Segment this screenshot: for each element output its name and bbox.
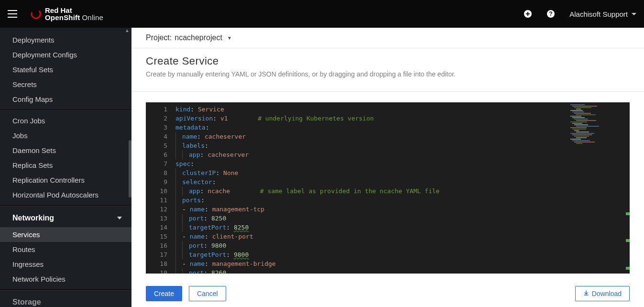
editor-overview-ruler[interactable] bbox=[623, 102, 630, 274]
sidebar-section-label: Storage bbox=[12, 298, 41, 307]
page-header: Create Service Create by manually enteri… bbox=[131, 48, 644, 92]
page-title: Create Service bbox=[146, 55, 630, 67]
sidebar-item-jobs[interactable]: Jobs bbox=[0, 128, 131, 143]
project-dropdown-icon[interactable]: ▼ bbox=[227, 35, 232, 41]
download-icon bbox=[583, 290, 589, 297]
svg-point-0 bbox=[31, 9, 41, 19]
create-button[interactable]: Create bbox=[146, 286, 182, 301]
project-label: Project: bbox=[146, 33, 172, 42]
sidebar-section-storage[interactable]: Storage bbox=[0, 293, 131, 307]
editor-code[interactable]: kind: ServiceapiVersion: v1 # underlying… bbox=[174, 102, 630, 274]
chevron-down-icon bbox=[117, 217, 122, 219]
user-menu[interactable]: Alachisoft Support bbox=[569, 10, 636, 18]
sidebar-item-ingresses[interactable]: Ingresses bbox=[0, 257, 131, 272]
download-button[interactable]: Download bbox=[575, 286, 630, 301]
svg-text:?: ? bbox=[549, 11, 553, 17]
main-content: Project: ncacheproject ▼ Create Service … bbox=[131, 28, 644, 307]
caret-down-icon bbox=[632, 13, 636, 15]
brand-redhat: Red Hat bbox=[45, 7, 103, 14]
sidebar-item-replication-controllers[interactable]: Replication Controllers bbox=[0, 173, 131, 187]
download-label: Download bbox=[592, 290, 622, 297]
sidebar-item-routes[interactable]: Routes bbox=[0, 242, 131, 257]
cancel-button[interactable]: Cancel bbox=[189, 286, 226, 301]
sidebar-section-networking[interactable]: Networking bbox=[0, 209, 131, 227]
footer-actions: Create Cancel Download bbox=[131, 280, 644, 307]
sidebar-section-label: Networking bbox=[12, 214, 54, 222]
redhat-logo-icon bbox=[31, 9, 41, 19]
sidebar-item-secrets[interactable]: Secrets bbox=[0, 77, 131, 92]
page-subtitle: Create by manually entering YAML or JSON… bbox=[146, 70, 630, 78]
add-icon[interactable] bbox=[524, 10, 532, 18]
sidebar-item-cron-jobs[interactable]: Cron Jobs bbox=[0, 113, 131, 128]
scroll-up-arrow-icon[interactable]: ▲ bbox=[125, 28, 130, 33]
sidebar-item-daemon-sets[interactable]: Daemon Sets bbox=[0, 143, 131, 158]
sidebar-item-services[interactable]: Services bbox=[0, 227, 131, 242]
sidebar-item-horizontal-pod-autoscalers[interactable]: Horizontal Pod Autoscalers bbox=[0, 187, 131, 202]
user-name: Alachisoft Support bbox=[569, 10, 628, 18]
brand[interactable]: Red Hat OpenShiftOnline bbox=[31, 7, 103, 21]
yaml-editor[interactable]: 12345678910111213141516171819 kind: Serv… bbox=[146, 102, 630, 274]
hamburger-menu-icon[interactable] bbox=[8, 10, 17, 18]
sidebar-item-network-policies[interactable]: Network Policies bbox=[0, 272, 131, 286]
sidebar-item-stateful-sets[interactable]: Stateful Sets bbox=[0, 62, 131, 77]
sidebar-item-deployments[interactable]: Deployments bbox=[0, 33, 131, 47]
sidebar-item-config-maps[interactable]: Config Maps bbox=[0, 92, 131, 107]
editor-minimap[interactable] bbox=[570, 104, 628, 162]
app-header: Red Hat OpenShiftOnline ? Alachisoft Sup… bbox=[0, 0, 644, 28]
brand-online: Online bbox=[82, 13, 103, 22]
brand-openshift: OpenShift bbox=[45, 13, 80, 22]
project-name: ncacheproject bbox=[175, 33, 222, 42]
sidebar-nav: ▲ DeploymentsDeployment ConfigsStateful … bbox=[0, 28, 131, 307]
help-icon[interactable]: ? bbox=[546, 10, 555, 18]
editor-gutter: 12345678910111213141516171819 bbox=[146, 102, 174, 274]
sidebar-item-replica-sets[interactable]: Replica Sets bbox=[0, 158, 131, 173]
sidebar-item-deployment-configs[interactable]: Deployment Configs bbox=[0, 47, 131, 62]
project-selector[interactable]: Project: ncacheproject ▼ bbox=[131, 28, 644, 48]
sidebar-scrollbar-thumb[interactable] bbox=[129, 140, 131, 197]
